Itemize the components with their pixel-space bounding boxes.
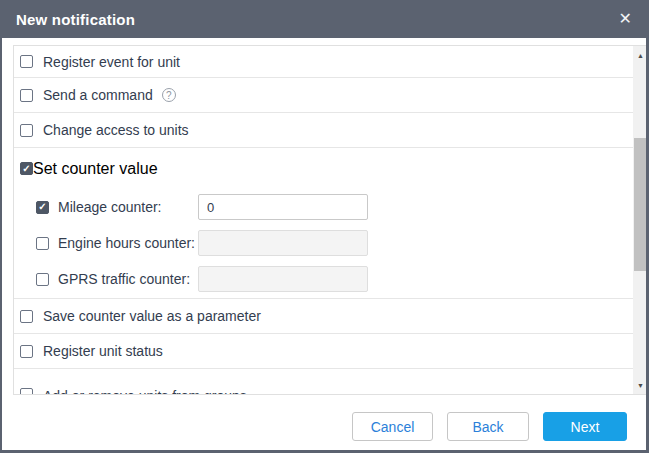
dialog-footer: Cancel Back Next (352, 412, 627, 441)
scrollbar[interactable]: ▲ ▼ (633, 46, 648, 394)
checkbox-engine-hours-counter[interactable] (36, 237, 49, 250)
back-button[interactable]: Back (447, 412, 529, 441)
engine-hours-counter-input (198, 230, 368, 256)
field-row-engine-hours-counter: Engine hours counter: (14, 225, 633, 261)
field-label: Engine hours counter: (58, 235, 195, 251)
checkbox-gprs-traffic-counter[interactable] (36, 273, 49, 286)
checkbox-register-unit-status[interactable] (20, 345, 33, 358)
scroll-up-icon[interactable]: ▲ (633, 47, 648, 63)
next-button[interactable]: Next (543, 412, 627, 441)
cancel-button[interactable]: Cancel (352, 412, 433, 441)
new-notification-dialog: New notification ✕ Register event for un… (0, 0, 649, 453)
dialog-header: New notification ✕ (0, 0, 649, 38)
row-set-counter-value[interactable]: ✓ Set counter value (14, 148, 633, 189)
mileage-counter-input[interactable] (198, 194, 368, 220)
row-label: Set counter value (33, 160, 158, 178)
row-register-event-for-unit[interactable]: Register event for unit (14, 46, 633, 78)
row-save-counter-value-as-parameter[interactable]: Save counter value as a parameter (14, 299, 633, 334)
close-icon[interactable]: ✕ (619, 11, 632, 27)
row-label: Change access to units (43, 122, 189, 138)
notification-action-list: Register event for unit Send a command ?… (13, 45, 648, 395)
row-change-access-to-units[interactable]: Change access to units (14, 113, 633, 148)
field-label-group: Engine hours counter: (36, 235, 198, 251)
row-label: Register unit status (43, 343, 163, 359)
row-label: Save counter value as a parameter (43, 308, 261, 324)
checkbox-save-counter-value-as-parameter[interactable] (20, 310, 33, 323)
field-row-mileage-counter: ✓ Mileage counter: (14, 189, 633, 225)
checkbox-register-event-for-unit[interactable] (20, 55, 33, 68)
row-add-or-remove-units-from-groups[interactable]: Add or remove units from groups (14, 369, 633, 395)
field-label: Mileage counter: (58, 199, 162, 215)
dialog-title: New notification (16, 11, 135, 28)
scrollbar-thumb[interactable] (634, 138, 647, 271)
checkbox-send-a-command[interactable] (20, 89, 33, 102)
row-send-a-command[interactable]: Send a command ? (14, 78, 633, 113)
checkbox-set-counter-value[interactable]: ✓ (20, 162, 33, 175)
field-label-group: GPRS traffic counter: (36, 271, 198, 287)
action-rows: Register event for unit Send a command ?… (14, 46, 633, 395)
checkmark-icon: ✓ (38, 202, 46, 212)
checkbox-mileage-counter[interactable]: ✓ (36, 201, 49, 214)
checkbox-add-or-remove-units-from-groups[interactable] (20, 388, 33, 395)
row-label: Register event for unit (43, 54, 180, 70)
field-row-gprs-traffic-counter: GPRS traffic counter: (14, 261, 633, 297)
row-label: Add or remove units from groups (43, 388, 247, 395)
field-label-group: ✓ Mileage counter: (36, 199, 198, 215)
row-label: Send a command (43, 87, 153, 103)
row-register-unit-status[interactable]: Register unit status (14, 334, 633, 369)
field-label: GPRS traffic counter: (58, 271, 190, 287)
scroll-down-icon[interactable]: ▼ (633, 377, 648, 393)
checkmark-icon: ✓ (22, 163, 30, 173)
checkbox-change-access-to-units[interactable] (20, 124, 33, 137)
set-counter-value-group: ✓ Set counter value ✓ Mileage counter: (14, 148, 633, 299)
help-icon[interactable]: ? (162, 88, 176, 102)
gprs-traffic-counter-input (198, 266, 368, 292)
